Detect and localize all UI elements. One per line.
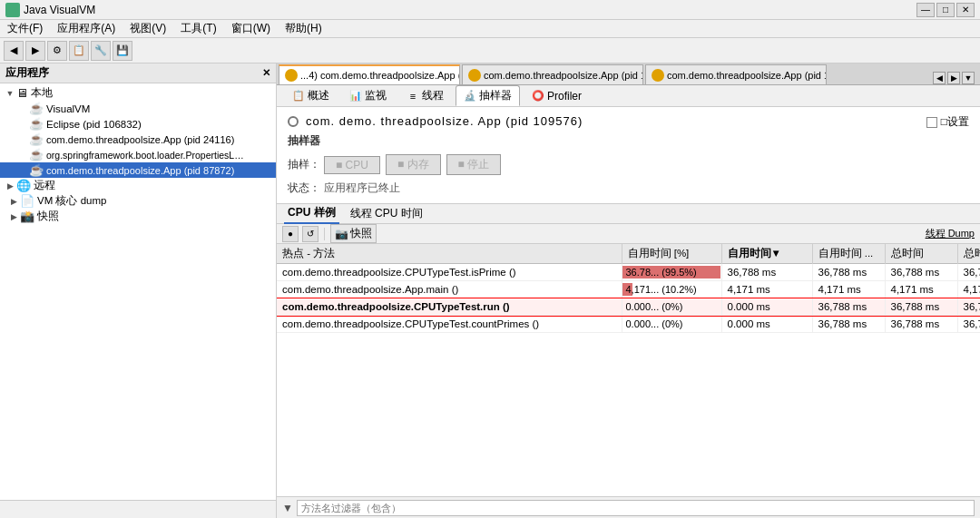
cell-method: com.demo.threadpoolsize.App.main () <box>277 281 622 298</box>
sample-tab-thread-cpu[interactable]: 线程 CPU 时间 <box>347 204 426 223</box>
table-row[interactable]: com.demo.threadpoolsize.CPUTypeTest.coun… <box>277 316 980 333</box>
sidebar-item-eclipse[interactable]: ☕ Eclipse (pid 106832) <box>0 116 276 132</box>
menu-view[interactable]: 视图(V) <box>126 20 170 37</box>
cell-selfms2: 36,788 ms <box>812 316 885 333</box>
inner-tab-sampler[interactable]: 🔬 抽样器 <box>456 85 520 106</box>
sidebar-content: ▼ 🖥 本地 ☕ VisualVM ☕ Eclipse (pid 106832)… <box>0 83 276 500</box>
sampling-label: 抽样： <box>288 157 324 172</box>
snapshot-label: 快照 <box>37 210 59 223</box>
results-table: 热点 - 方法 自用时间 [%] 自用时间▼ 自用时间 ... <box>277 244 980 333</box>
sampler-app-title: com. demo. threadpoolsize. App (pid 1095… <box>306 114 583 128</box>
sampler-area: com. demo. threadpoolsize. App (pid 1095… <box>277 107 980 204</box>
minimize-button[interactable]: — <box>916 3 935 17</box>
sample-tab-cpu[interactable]: CPU 样例 <box>284 203 339 224</box>
cell-selfms: 0.000 ms <box>721 298 812 316</box>
toolbar-btn5[interactable]: 🔧 <box>91 41 111 61</box>
cell-selfms2: 36,788 ms <box>812 264 885 281</box>
col-header-selfms[interactable]: 自用时间▼ <box>721 244 812 264</box>
data-table: 热点 - 方法 自用时间 [%] 自用时间▼ 自用时间 ... <box>277 244 980 496</box>
col-header-selfms2[interactable]: 自用时间 ... <box>812 244 885 264</box>
toolbar-back[interactable]: ◀ <box>4 41 24 61</box>
menu-tools[interactable]: 工具(T) <box>177 20 220 37</box>
tab-0-label: ...4) com.demo.threadpoolsize.App (pid 1… <box>300 70 460 81</box>
toolbar-refresh-btn[interactable]: ↺ <box>302 226 318 242</box>
cell-totalms: 4,171 ms <box>885 281 957 298</box>
tab-2[interactable]: com.demo.threadpoolsize.App (pid 109252)… <box>645 64 827 84</box>
toolbar-btn6[interactable]: 💾 <box>113 41 132 61</box>
cpu-btn[interactable]: ■ CPU <box>324 156 380 174</box>
tab-1[interactable]: com.demo.threadpoolsize.App (pid 138424)… <box>462 64 643 84</box>
inner-tabs: 📋 概述 📊 监视 ≡ 线程 🔬 抽样器 ⭕ Profiler <box>277 85 980 107</box>
menu-help[interactable]: 帮助(H) <box>281 20 326 37</box>
inner-tab-threads[interactable]: ≡ 线程 <box>398 85 452 106</box>
toolbar-record-btn[interactable]: ● <box>282 226 299 242</box>
cell-selfms: 36,788 ms <box>721 264 812 281</box>
menu-app[interactable]: 应用程序(A) <box>54 20 119 37</box>
tab-next-btn[interactable]: ▶ <box>947 72 960 84</box>
sidebar-item-vmdump[interactable]: ▶ 📄 VM 核心 dump <box>0 193 276 209</box>
inner-tab-monitor[interactable]: 📊 监视 <box>341 85 395 106</box>
local-icon: 🖥 <box>16 86 28 100</box>
arrow-vmdump: ▶ <box>7 197 20 206</box>
main-layout: 应用程序 ✕ ▼ 🖥 本地 ☕ VisualVM ☕ Eclipse (pid <box>0 64 980 518</box>
col-header-method[interactable]: 热点 - 方法 <box>277 244 622 264</box>
sidebar-item-snapshot[interactable]: ▶ 📸 快照 <box>0 209 276 224</box>
sidebar-close-btn[interactable]: ✕ <box>262 67 270 79</box>
table-row[interactable]: com.demo.threadpoolsize.CPUTypeTest.run … <box>277 298 980 316</box>
overview-icon: 📋 <box>292 90 305 103</box>
tab-strip: ...4) com.demo.threadpoolsize.App (pid 1… <box>277 64 980 85</box>
tab-menu-btn[interactable]: ▼ <box>962 72 975 84</box>
tab-1-label: com.demo.threadpoolsize.App (pid 138424) <box>484 70 643 81</box>
table-row[interactable]: com.demo.threadpoolsize.CPUTypeTest.isPr… <box>277 264 980 281</box>
col-header-totalms[interactable]: 总时间 <box>885 244 957 264</box>
inner-tab-sampler-label: 抽样器 <box>479 88 512 103</box>
menu-window[interactable]: 窗口(W) <box>228 20 274 37</box>
col-header-selfpct[interactable]: 自用时间 [%] <box>622 244 721 264</box>
vmdump-label: VM 核心 dump <box>37 194 106 208</box>
status-row: 状态： 应用程序已终止 <box>288 181 969 196</box>
inner-tab-threads-label: 线程 <box>422 88 444 103</box>
table-row[interactable]: com.demo.threadpoolsize.App.main ()4,171… <box>277 281 980 298</box>
tab-0[interactable]: ...4) com.demo.threadpoolsize.App (pid 1… <box>279 64 460 84</box>
sidebar-item-remote[interactable]: ▶ 🌐 远程 <box>0 178 276 193</box>
menu-file[interactable]: 文件(F) <box>4 20 46 37</box>
eclipse-label: Eclipse (pid 106832) <box>46 119 142 130</box>
thread-dump-link[interactable]: 线程 Dump <box>926 227 975 240</box>
close-button[interactable]: ✕ <box>956 3 975 17</box>
toolbar-btn3[interactable]: ⚙ <box>47 41 67 61</box>
mem-btn[interactable]: ■ 内存 <box>386 154 441 175</box>
maximize-button[interactable]: □ <box>936 3 955 17</box>
inner-tab-profiler[interactable]: ⭕ Profiler <box>524 87 590 105</box>
sidebar-item-app87872[interactable]: ☕ com.demo.threadpoolsize.App (pid 87872… <box>0 162 276 178</box>
inner-tab-overview[interactable]: 📋 概述 <box>284 85 338 106</box>
camera-icon: 📷 <box>335 228 348 240</box>
filter-input[interactable] <box>297 500 975 516</box>
toolbar-fwd[interactable]: ▶ <box>25 41 45 61</box>
sidebar-item-springboot[interactable]: ☕ org.springframework.boot.loader.Proper… <box>0 147 276 162</box>
remote-icon: 🌐 <box>16 179 31 192</box>
sidebar-item-app24116[interactable]: ☕ com.demo.threadpoolsize.App (pid 24116… <box>0 132 276 147</box>
settings-checkbox[interactable] <box>926 117 937 128</box>
remote-label: 远程 <box>34 179 55 192</box>
springboot-icon: ☕ <box>29 148 44 161</box>
stop-btn[interactable]: ■ 停止 <box>446 154 502 175</box>
snapshot-icon: 📸 <box>20 210 34 223</box>
app24116-icon: ☕ <box>29 132 44 146</box>
app24116-label: com.demo.threadpoolsize.App (pid 24116) <box>46 134 234 145</box>
cell-method: com.demo.threadpoolsize.CPUTypeTest.run … <box>277 298 622 316</box>
tab-prev-btn[interactable]: ◀ <box>933 72 946 84</box>
inner-tab-overview-label: 概述 <box>308 88 329 103</box>
cell-selfpct: 36.78... (99.5%) <box>622 264 721 281</box>
eclipse-icon: ☕ <box>29 117 44 131</box>
sidebar-item-visualvm[interactable]: ☕ VisualVM <box>0 101 276 116</box>
snapshot-btn[interactable]: 📷 快照 <box>330 224 377 243</box>
visualvm-icon: ☕ <box>29 102 44 115</box>
toolbar-btn4[interactable]: 📋 <box>69 41 89 61</box>
col-header-totalcpu[interactable]: 总时间 (CPU) <box>957 244 980 264</box>
settings-label: □设置 <box>941 114 969 130</box>
vmdump-icon: 📄 <box>20 194 34 208</box>
cell-selfpct: 4,171... (10.2%) <box>622 281 721 298</box>
sidebar-item-local[interactable]: ▼ 🖥 本地 <box>0 85 276 101</box>
filter-icon: ▼ <box>282 502 293 514</box>
status-label: 状态： <box>288 181 324 196</box>
